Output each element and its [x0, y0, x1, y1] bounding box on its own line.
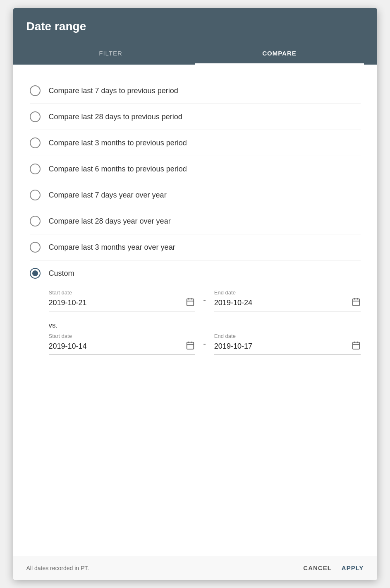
radio-label-2: Compare last 28 days to previous period: [49, 113, 182, 121]
primary-start-field: Start date 2019-10-21: [49, 289, 195, 311]
radio-option-2[interactable]: Compare last 28 days to previous period: [30, 104, 361, 130]
secondary-start-field: Start date 2019-10-14: [49, 333, 195, 355]
svg-rect-12: [352, 342, 359, 349]
secondary-start-calendar-icon[interactable]: [186, 341, 195, 352]
svg-rect-4: [352, 299, 359, 306]
primary-date-row: Start date 2019-10-21 -: [49, 289, 361, 311]
radio-circle-custom: [30, 268, 41, 279]
radio-label-7: Compare last 3 months year over year: [49, 243, 175, 252]
secondary-start-label: Start date: [49, 333, 195, 339]
primary-end-input[interactable]: 2019-10-24: [214, 297, 361, 311]
radio-label-3: Compare last 3 months to previous period: [49, 139, 187, 147]
svg-rect-8: [187, 342, 194, 349]
radio-circle-1: [30, 85, 41, 96]
radio-circle-4: [30, 164, 41, 174]
radio-circle-3: [30, 137, 41, 148]
radio-circle-5: [30, 190, 41, 200]
primary-end-field: End date 2019-10-24: [214, 289, 361, 311]
tab-compare[interactable]: COMPARE: [195, 43, 364, 65]
radio-option-custom[interactable]: Custom: [30, 260, 361, 286]
secondary-end-field: End date 2019-10-17: [214, 333, 361, 355]
primary-date-dash: -: [203, 296, 206, 305]
custom-date-section: Start date 2019-10-21 -: [49, 289, 361, 355]
vs-label: vs.: [49, 321, 361, 330]
primary-start-value: 2019-10-21: [49, 299, 186, 307]
secondary-date-row: Start date 2019-10-14 -: [49, 333, 361, 355]
secondary-start-input[interactable]: 2019-10-14: [49, 341, 195, 355]
primary-start-calendar-icon[interactable]: [186, 297, 195, 308]
radio-option-1[interactable]: Compare last 7 days to previous period: [30, 78, 361, 104]
dialog-content: Compare last 7 days to previous period C…: [13, 65, 377, 556]
apply-button[interactable]: APPLY: [342, 564, 364, 571]
secondary-end-value: 2019-10-17: [214, 342, 352, 351]
dialog-footer: All dates recorded in PT. CANCEL APPLY: [13, 556, 377, 580]
dialog-header: Date range FILTER COMPARE: [13, 8, 377, 65]
footer-actions: CANCEL APPLY: [303, 564, 364, 571]
radio-label-custom: Custom: [49, 269, 74, 278]
radio-option-5[interactable]: Compare last 7 days year over year: [30, 182, 361, 208]
radio-option-4[interactable]: Compare last 6 months to previous period: [30, 156, 361, 182]
tab-filter[interactable]: FILTER: [26, 43, 195, 65]
radio-circle-2: [30, 111, 41, 122]
secondary-end-label: End date: [214, 333, 361, 339]
radio-option-7[interactable]: Compare last 3 months year over year: [30, 234, 361, 260]
primary-start-label: Start date: [49, 289, 195, 296]
radio-circle-6: [30, 216, 41, 227]
secondary-start-value: 2019-10-14: [49, 342, 186, 351]
radio-option-6[interactable]: Compare last 28 days year over year: [30, 208, 361, 234]
primary-end-calendar-icon[interactable]: [352, 297, 361, 308]
tab-bar: FILTER COMPARE: [26, 43, 364, 65]
radio-label-1: Compare last 7 days to previous period: [49, 87, 178, 95]
secondary-end-input[interactable]: 2019-10-17: [214, 341, 361, 355]
primary-end-label: End date: [214, 289, 361, 296]
radio-label-4: Compare last 6 months to previous period: [49, 165, 187, 174]
radio-label-6: Compare last 28 days year over year: [49, 217, 171, 226]
primary-start-input[interactable]: 2019-10-21: [49, 297, 195, 311]
secondary-end-calendar-icon[interactable]: [352, 341, 361, 352]
secondary-date-dash: -: [203, 339, 206, 349]
primary-end-value: 2019-10-24: [214, 299, 352, 307]
svg-rect-0: [187, 299, 194, 306]
cancel-button[interactable]: CANCEL: [303, 564, 332, 571]
dialog-title: Date range: [26, 20, 364, 33]
radio-circle-7: [30, 242, 41, 253]
radio-option-3[interactable]: Compare last 3 months to previous period: [30, 130, 361, 156]
date-range-dialog: Date range FILTER COMPARE Compare last 7…: [13, 8, 377, 580]
radio-label-5: Compare last 7 days year over year: [49, 191, 167, 200]
footer-note: All dates recorded in PT.: [26, 565, 89, 571]
